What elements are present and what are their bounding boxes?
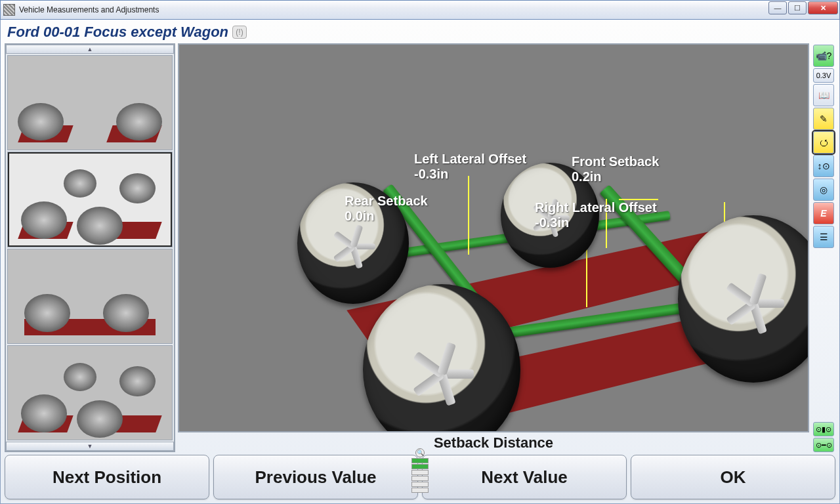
next-position-button[interactable]: Next Position: [5, 455, 209, 499]
tool-steering-reset-icon[interactable]: ⭯: [813, 131, 834, 154]
marker-line: [468, 176, 469, 255]
minimize-button[interactable]: —: [768, 1, 787, 14]
tool-ride-height-icon[interactable]: ↕⊙: [813, 155, 834, 177]
meas-name: Front Setback: [572, 154, 659, 169]
help-button[interactable]: 📹?: [813, 45, 834, 67]
label-front-setback: Front Setback 0.2in: [572, 154, 659, 184]
express-align-icon[interactable]: E: [813, 202, 834, 224]
chassis-diagram[interactable]: Left Lateral Offset -0.3in Front Setback…: [178, 43, 809, 432]
vehicle-bar: Ford 00-01 Focus except Wagon (!): [5, 22, 835, 43]
marker-line: [586, 242, 587, 307]
tpms-icon[interactable]: (!): [232, 26, 247, 39]
window-body: Ford 00-01 Focus except Wagon (!) ▲: [0, 20, 840, 504]
manual-icon[interactable]: 📖: [813, 84, 834, 106]
window-controls: — ☐ ✕: [768, 1, 838, 14]
previous-value-button[interactable]: Previous Value: [213, 455, 418, 499]
voltage-indicator: 0.3V: [813, 68, 834, 83]
thumbnail-front-view[interactable]: [7, 55, 173, 150]
meas-value: -0.3in: [535, 215, 657, 230]
status-bar: Setback Distance: [178, 432, 809, 452]
window-title: Vehicle Measurements and Adjustments: [19, 5, 159, 14]
label-rear-setback: Rear Setback 0.0in: [345, 194, 428, 224]
meas-name: Right Lateral Offset: [535, 200, 657, 215]
label-right-lateral-offset: Right Lateral Offset -0.3in: [535, 200, 657, 230]
thumbnail-side-view[interactable]: [7, 249, 173, 344]
magnifier-icon[interactable]: 🔍: [415, 448, 425, 457]
meas-name: Left Lateral Offset: [414, 152, 526, 166]
meas-value: -0.3in: [414, 167, 526, 182]
thumbnail-list: [6, 54, 174, 442]
meas-name: Rear Setback: [345, 194, 428, 208]
thumbnail-iso-view-2[interactable]: [7, 345, 173, 440]
meas-value: 0.0in: [345, 209, 428, 224]
tool-pen-icon[interactable]: ✎: [813, 108, 834, 130]
bottom-button-row: Next Position Previous Value 🔍 Next Valu…: [5, 455, 835, 499]
window-titlebar: Vehicle Measurements and Adjustments — ☐…: [0, 0, 840, 20]
indicator-rear-icon: ⊙━⊙: [813, 438, 834, 452]
vehicle-name: Ford 00-01 Focus except Wagon: [7, 24, 228, 41]
tool-print-icon[interactable]: ☰: [813, 226, 834, 248]
meas-value: 0.2in: [572, 169, 659, 184]
app-icon: [3, 4, 15, 16]
thumb-scroll-up[interactable]: ▲: [6, 45, 174, 54]
main-row: ▲: [5, 43, 835, 452]
thumb-scroll-down[interactable]: ▼: [6, 442, 174, 451]
diagram-column: Left Lateral Offset -0.3in Front Setback…: [178, 43, 809, 452]
ok-button[interactable]: OK: [631, 455, 835, 499]
tool-target-icon[interactable]: ◎: [813, 178, 834, 201]
close-button[interactable]: ✕: [808, 1, 838, 14]
label-left-lateral-offset: Left Lateral Offset -0.3in: [414, 152, 526, 182]
next-value-button[interactable]: Next Value: [422, 455, 627, 499]
thumbnail-iso-view[interactable]: [7, 152, 173, 247]
right-toolbar: 📹? 0.3V 📖 ✎ ⭯ ↕⊙ ◎ E ☰ ⊙▮⊙ ⊙━⊙: [812, 43, 835, 452]
center-grip[interactable]: 🔍: [411, 448, 429, 493]
indicator-front-icon: ⊙▮⊙: [813, 422, 834, 436]
maximize-button[interactable]: ☐: [788, 1, 807, 14]
thumbnail-panel: ▲: [5, 43, 175, 452]
